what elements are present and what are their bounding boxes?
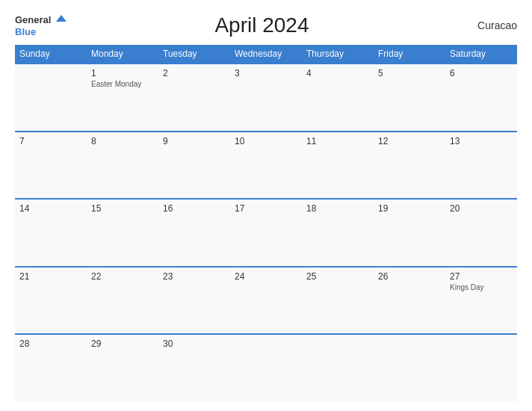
day-number: 13 (450, 136, 513, 146)
calendar-body: 1Easter Monday23456789101112131415161718… (15, 64, 517, 402)
logo-general-text: General (15, 14, 51, 25)
day-number: 3 (235, 68, 297, 78)
day-cell: 6 (445, 64, 517, 132)
day-cell: 16 (158, 199, 230, 267)
logo-triangle-icon (56, 15, 66, 22)
day-number: 27 (450, 271, 513, 282)
day-number: 26 (378, 271, 441, 282)
logo-line1: General (15, 13, 66, 25)
holiday-label: Kings Day (450, 283, 513, 291)
day-number: 2 (163, 68, 226, 78)
day-cell: 9 (158, 132, 230, 200)
logo-line2: Blue (15, 25, 66, 37)
day-cell: 21 (15, 267, 87, 335)
day-cell: 30 (158, 334, 230, 402)
day-cell: 2 (158, 64, 230, 132)
day-cell: 22 (87, 267, 158, 335)
day-number: 20 (450, 203, 513, 214)
day-cell: 17 (230, 199, 302, 267)
day-cell (374, 334, 445, 402)
header-wednesday: Wednesday (230, 45, 302, 64)
day-number: 16 (163, 203, 226, 214)
calendar-header: Sunday Monday Tuesday Wednesday Thursday… (15, 45, 517, 64)
day-number: 21 (19, 271, 82, 282)
day-number: 28 (19, 339, 82, 349)
week-row-1: 78910111213 (15, 132, 517, 200)
day-cell: 3 (230, 64, 302, 132)
day-cell: 19 (374, 199, 445, 267)
day-number: 23 (163, 271, 226, 282)
day-cell: 28 (15, 334, 87, 402)
day-cell: 29 (87, 334, 158, 402)
header-thursday: Thursday (302, 45, 374, 64)
header-friday: Friday (374, 45, 445, 64)
day-cell (230, 334, 302, 402)
day-cell: 15 (87, 199, 158, 267)
day-cell (302, 334, 374, 402)
day-cell: 18 (302, 199, 374, 267)
day-number: 5 (378, 68, 441, 78)
day-cell: 27Kings Day (445, 267, 517, 335)
logo-blue-text: Blue (15, 26, 36, 37)
day-number: 25 (306, 271, 369, 282)
day-cell (15, 64, 87, 132)
day-number: 30 (163, 339, 226, 349)
day-cell: 5 (374, 64, 445, 132)
page: General Blue April 2024 Curacao Sunday M… (0, 0, 532, 411)
day-cell: 1Easter Monday (87, 64, 158, 132)
day-number: 4 (306, 68, 369, 78)
day-cell: 13 (445, 132, 517, 200)
header-monday: Monday (87, 45, 158, 64)
weekday-header-row: Sunday Monday Tuesday Wednesday Thursday… (15, 45, 517, 64)
day-number: 8 (91, 136, 154, 146)
day-number: 14 (19, 203, 82, 214)
header: General Blue April 2024 Curacao (15, 13, 517, 37)
day-cell: 8 (87, 132, 158, 200)
holiday-label: Easter Monday (91, 80, 154, 88)
day-cell: 20 (445, 199, 517, 267)
day-number: 15 (91, 203, 154, 214)
day-number: 22 (91, 271, 154, 282)
day-number: 12 (378, 136, 441, 146)
day-cell: 24 (230, 267, 302, 335)
header-saturday: Saturday (445, 45, 517, 64)
calendar-title: April 2024 (66, 13, 457, 37)
logo: General Blue (15, 13, 66, 37)
week-row-4: 282930 (15, 334, 517, 402)
day-number: 1 (91, 68, 154, 78)
country-label: Curacao (457, 19, 517, 31)
day-number: 24 (235, 271, 297, 282)
header-sunday: Sunday (15, 45, 87, 64)
day-cell: 4 (302, 64, 374, 132)
day-number: 18 (306, 203, 369, 214)
day-number: 6 (450, 68, 513, 78)
day-number: 11 (306, 136, 369, 146)
day-cell: 25 (302, 267, 374, 335)
day-cell: 7 (15, 132, 87, 200)
day-cell: 10 (230, 132, 302, 200)
day-number: 17 (235, 203, 297, 214)
day-cell: 12 (374, 132, 445, 200)
day-number: 7 (19, 136, 82, 146)
week-row-0: 1Easter Monday23456 (15, 64, 517, 132)
week-row-2: 14151617181920 (15, 199, 517, 267)
calendar-table: Sunday Monday Tuesday Wednesday Thursday… (15, 45, 517, 402)
day-cell: 11 (302, 132, 374, 200)
day-cell: 26 (374, 267, 445, 335)
day-number: 19 (378, 203, 441, 214)
week-row-3: 21222324252627Kings Day (15, 267, 517, 335)
day-cell: 14 (15, 199, 87, 267)
header-tuesday: Tuesday (158, 45, 230, 64)
day-number: 10 (235, 136, 297, 146)
day-number: 29 (91, 339, 154, 349)
day-number: 9 (163, 136, 226, 146)
day-cell (445, 334, 517, 402)
day-cell: 23 (158, 267, 230, 335)
